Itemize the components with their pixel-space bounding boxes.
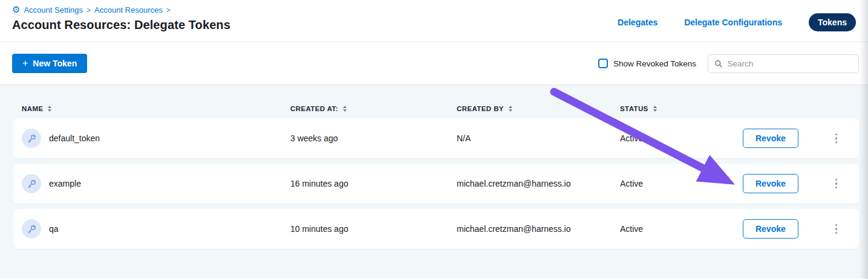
column-header-status[interactable]: STATUS (620, 105, 743, 112)
breadcrumb-separator: > (86, 6, 91, 14)
column-header-created-by[interactable]: CREATED BY (457, 105, 620, 112)
sort-icon[interactable] (509, 106, 512, 112)
table-body: default_token 3 weeks ago N/A Active Rev… (0, 118, 868, 249)
token-name: example (49, 179, 81, 188)
top-nav: Delegates Delegate Configurations Tokens (618, 13, 856, 31)
revoke-button[interactable]: Revoke (743, 174, 798, 193)
token-name: qa (49, 224, 59, 234)
column-label: STATUS (620, 105, 648, 112)
table-header-row: NAME CREATED AT: CREATED BY STATUS (22, 105, 859, 112)
search-box[interactable] (708, 54, 859, 73)
column-label: CREATED BY (457, 105, 504, 112)
tab-delegate-configurations[interactable]: Delegate Configurations (684, 18, 782, 27)
show-revoked-tokens-toggle[interactable]: Show Revoked Tokens (598, 59, 696, 68)
column-header-name[interactable]: NAME (22, 105, 290, 112)
breadcrumb-account-settings[interactable]: Account Settings (24, 5, 83, 14)
token-status: Active (620, 224, 743, 234)
token-created-by: N/A (457, 133, 620, 143)
sort-icon[interactable] (48, 106, 51, 112)
token-created-by: michael.cretzman@harness.io (457, 179, 620, 188)
token-created-at: 10 minutes ago (290, 224, 457, 234)
new-token-button[interactable]: + New Token (12, 54, 87, 73)
page-header: ⚙ Account Settings > Account Resources >… (0, 0, 868, 42)
show-revoked-label: Show Revoked Tokens (613, 59, 696, 68)
plus-icon: + (22, 59, 28, 68)
token-name: default_token (49, 133, 100, 143)
column-label: NAME (22, 105, 43, 112)
token-key-icon (22, 219, 41, 239)
breadcrumb: ⚙ Account Settings > Account Resources > (12, 5, 230, 14)
row-options-kebab-icon[interactable] (832, 131, 841, 146)
tab-delegates[interactable]: Delegates (618, 18, 658, 27)
sort-icon[interactable] (653, 106, 657, 112)
sort-icon[interactable] (343, 106, 347, 112)
column-label: CREATED AT: (290, 105, 338, 112)
table-row[interactable]: default_token 3 weeks ago N/A Active Rev… (13, 118, 859, 158)
token-created-at: 16 minutes ago (290, 179, 457, 188)
page-title: Account Resources: Delegate Tokens (12, 18, 230, 32)
token-created-at: 3 weeks ago (290, 133, 457, 143)
token-created-by: michael.cretzman@harness.io (457, 224, 620, 234)
row-options-kebab-icon[interactable] (832, 176, 841, 191)
tab-tokens-active[interactable]: Tokens (809, 13, 856, 31)
table-row[interactable]: example 16 minutes ago michael.cretzman@… (13, 164, 859, 204)
tokens-table: NAME CREATED AT: CREATED BY STATUS (0, 85, 868, 278)
breadcrumb-account-resources[interactable]: Account Resources (94, 5, 163, 14)
revoke-button[interactable]: Revoke (743, 129, 798, 148)
token-key-icon (22, 129, 41, 148)
row-options-kebab-icon[interactable] (832, 222, 841, 237)
new-token-label: New Token (33, 59, 77, 68)
table-row[interactable]: qa 10 minutes ago michael.cretzman@harne… (13, 209, 859, 249)
settings-gear-icon: ⚙ (12, 5, 20, 14)
breadcrumb-separator: > (166, 6, 171, 14)
column-header-created-at[interactable]: CREATED AT: (290, 105, 457, 112)
search-icon (714, 59, 723, 68)
search-input[interactable] (728, 59, 852, 68)
token-status: Active (620, 179, 743, 188)
show-revoked-checkbox[interactable] (598, 59, 608, 68)
token-key-icon (22, 174, 41, 193)
revoke-button[interactable]: Revoke (743, 219, 798, 239)
toolbar: + New Token Show Revoked Tokens (0, 42, 868, 85)
token-status: Active (620, 133, 743, 143)
